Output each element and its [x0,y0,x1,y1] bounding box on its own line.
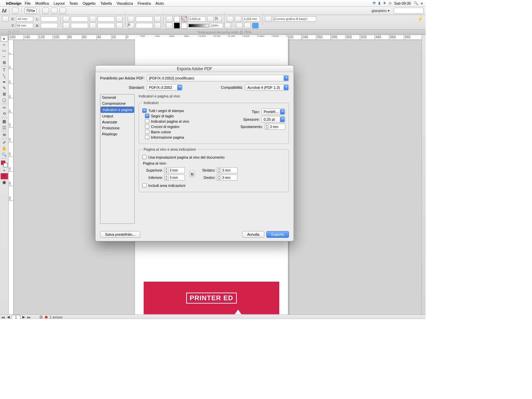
eyedropper-tool[interactable]: ✐ [1,140,8,146]
export-button[interactable]: Esporta [266,231,289,238]
object-style-icon[interactable] [265,16,272,22]
formatting-container-icon[interactable]: T [1,173,8,179]
p-icon[interactable]: P [128,23,134,29]
side-generali[interactable]: Generali [100,94,134,100]
shear-icon[interactable] [89,23,96,29]
scale-x-field[interactable] [71,16,88,22]
clock[interactable]: Sab 09:35 [394,1,411,5]
corner-field[interactable] [136,16,153,22]
vertical-ruler[interactable]: 020406080100120140160180200 [9,40,14,315]
opacity-icon[interactable] [224,23,231,29]
stroke-style-icon[interactable] [207,16,214,22]
gap-tool[interactable]: ↔ [1,54,8,60]
screen-mode-icon[interactable] [51,8,58,14]
first-page-icon[interactable]: ⏮ [1,315,5,319]
page-number-field[interactable]: 1 [12,315,20,320]
note-tool[interactable]: ✉ [1,132,8,138]
pathfinder-icon[interactable] [154,16,161,22]
quick-apply-icon[interactable]: ⚡ [417,16,423,22]
swap-icon[interactable] [166,23,173,29]
text-wrap-1-icon[interactable] [227,16,233,22]
fill-swatch[interactable] [174,16,180,22]
stroke-swatch[interactable] [181,16,187,22]
line-tool[interactable]: ╲ [1,73,8,79]
content-collector-tool[interactable]: ⊞ [1,60,8,66]
document-tab[interactable]: *indicazioni tecniche.indd @ 75% [23,30,426,34]
object-style-field[interactable]: [Cornice grafica di base]+ [273,16,316,22]
menu-finestra[interactable]: Finestra [138,1,151,5]
use-doc-bleed-checkbox[interactable] [142,155,147,159]
fill-stroke-swatch[interactable] [1,161,8,167]
error-text[interactable]: 1 errore [50,315,63,319]
status-icon-2[interactable]: ▮ [378,1,380,5]
color-bars-checkbox[interactable] [145,130,149,134]
stroke-weight-field[interactable]: 2,835 pt [189,16,206,22]
tint-ramp[interactable] [189,24,208,27]
menu-file[interactable]: File [25,1,31,5]
zoom-tool[interactable]: 🔍 [1,152,8,158]
selection-tool[interactable]: ▸ [1,36,8,42]
menu-aiuto[interactable]: Aiuto [156,1,164,5]
flip-v-icon[interactable] [116,23,123,29]
window-max-icon[interactable] [17,31,20,34]
cancel-button[interactable]: Annulla [242,231,264,238]
scissors-tool[interactable]: ✂ [1,105,8,111]
bleed-marks-checkbox[interactable] [145,119,149,123]
x-field[interactable]: -60 mm [16,16,33,22]
view-options-icon[interactable] [42,8,49,14]
align-1-icon[interactable] [236,23,243,29]
prev-page-icon[interactable]: ◀ [7,315,10,319]
align-2-icon[interactable] [244,23,251,29]
apply-color-icon[interactable]: ▪ [1,167,8,173]
standard-select[interactable]: PDF/X-3:2002 [147,84,183,91]
screen-mode-tool[interactable]: ▣ [1,179,8,185]
side-compressione[interactable]: Compressione [100,100,134,106]
menu-layout[interactable]: Layout [54,1,65,5]
y-field[interactable]: 58 mm [16,23,33,28]
left-field[interactable]: ▴▾ [217,167,237,173]
right-field[interactable]: ▴▾ [217,175,237,181]
flip-h-icon[interactable] [116,16,123,22]
side-protezione[interactable]: Protezione [100,125,134,131]
gradient-feather-tool[interactable]: ◫ [1,124,8,130]
app-name[interactable]: InDesign [6,1,21,5]
link-bleed-icon[interactable]: ⛓ [190,171,195,177]
rotate-icon[interactable] [89,16,96,22]
rectangle-frame-tool[interactable]: ⊠ [1,91,8,97]
corner-icon[interactable] [128,16,134,22]
p-field[interactable] [136,23,153,28]
status-icon-1[interactable]: ⟳ [373,1,376,5]
zoom-field[interactable]: 75% ▾ [24,8,37,14]
window-close-icon[interactable] [8,31,11,34]
free-transform-tool[interactable]: ⟲ [1,111,8,117]
menu-icon[interactable]: ≡ [421,1,423,5]
include-slug-checkbox[interactable] [142,183,147,188]
rotate-field[interactable] [97,16,115,22]
search-field[interactable] [394,8,424,14]
pathfinder2-icon[interactable] [154,23,161,29]
registration-checkbox[interactable] [145,124,149,129]
menu-oggetto[interactable]: Oggetto [82,1,95,5]
type-select[interactable]: Predefi... [261,108,285,115]
scale-y-icon[interactable] [63,23,69,29]
menu-tabella[interactable]: Tabella [100,1,112,5]
status-icon-3[interactable]: ✳ [383,1,386,5]
next-page-icon[interactable]: ▶ [22,315,25,319]
preset-select[interactable]: [PDF/X-3:2002] (modificato) [147,75,289,81]
right-panel-strip[interactable] [422,35,426,315]
hand-tool[interactable]: ✋ [1,146,8,152]
rectangle-tool[interactable]: ▢ [1,97,8,103]
direct-selection-tool[interactable]: ▹ [1,42,8,48]
spotlight-icon[interactable]: 🔍 [414,1,418,5]
bridge-icon[interactable] [12,8,19,14]
weight-select[interactable]: 0,25 pt [261,116,285,123]
scale-x-icon[interactable] [63,16,69,22]
menu-testo[interactable]: Testo [69,1,78,5]
pencil-tool[interactable]: ✎ [1,85,8,91]
wifi-icon[interactable]: ◇ [389,1,391,5]
tint-field[interactable]: 100% [210,23,223,28]
bottom-field[interactable]: ▴▾ [164,175,185,181]
side-indicatori[interactable]: Indicatori e pagina al vivo [100,106,134,113]
pen-tool[interactable]: ✒ [1,79,8,85]
side-avanzate[interactable]: Avanzate [100,119,134,125]
